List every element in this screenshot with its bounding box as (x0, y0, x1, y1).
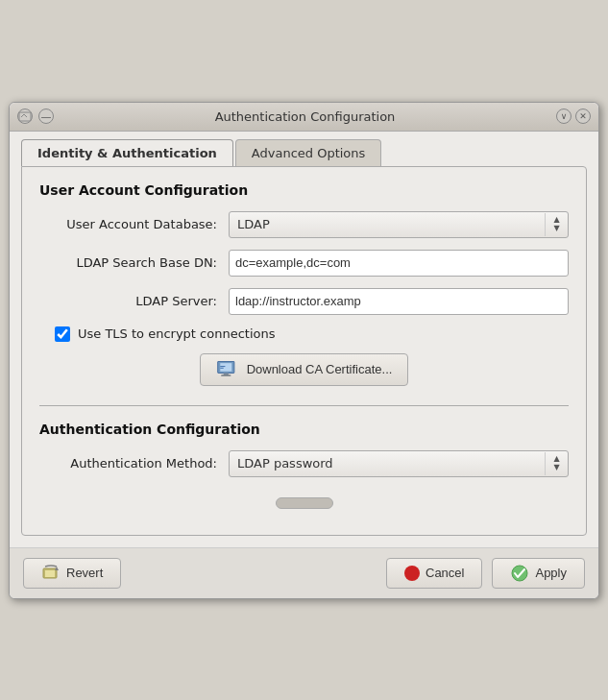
cancel-label: Cancel (426, 566, 464, 580)
auth-method-select[interactable]: LDAP password ▲▼ (229, 450, 569, 477)
download-ca-label: Download CA Certificate... (247, 362, 393, 376)
svg-rect-6 (221, 374, 231, 376)
auth-section-title: Authentication Configuration (39, 422, 569, 437)
ldap-server-input[interactable] (229, 288, 569, 315)
tls-checkbox[interactable] (55, 326, 70, 342)
tls-checkbox-row: Use TLS to encrypt connections (55, 326, 569, 342)
download-ca-button[interactable]: Download CA Certificate... (200, 353, 409, 386)
revert-button[interactable]: Revert (23, 558, 121, 589)
tab-identity-authentication[interactable]: Identity & Authentication (21, 139, 233, 166)
user-account-db-select[interactable]: LDAP ▲▼ (229, 211, 569, 238)
cancel-icon (404, 566, 420, 581)
titlebar-icon-btn[interactable] (17, 109, 33, 124)
cancel-button[interactable]: Cancel (386, 558, 482, 589)
ldap-search-dn-input[interactable] (229, 250, 569, 277)
section-separator (39, 405, 569, 406)
apply-button[interactable]: Apply (492, 558, 585, 589)
apply-checkmark-icon (510, 565, 529, 582)
auth-method-value: LDAP password (237, 456, 545, 471)
bottom-bar: Revert Cancel Apply (10, 547, 598, 598)
titlebar-controls-right: ∨ ✕ (556, 109, 591, 124)
titlebar-close-btn[interactable]: ✕ (575, 109, 591, 124)
apply-label: Apply (535, 566, 567, 580)
titlebar: — Authentication Configuration ∨ ✕ (10, 103, 598, 132)
tab-advanced-options[interactable]: Advanced Options (235, 139, 382, 166)
main-window: — Authentication Configuration ∨ ✕ Ident… (9, 102, 599, 599)
user-account-db-row: User Account Database: LDAP ▲▼ (39, 211, 569, 238)
svg-rect-10 (45, 570, 55, 577)
user-account-section-title: User Account Configuration (39, 182, 569, 198)
revert-label: Revert (66, 566, 103, 580)
monitor-icon (216, 360, 239, 379)
tls-checkbox-label: Use TLS to encrypt connections (78, 326, 275, 341)
user-account-db-value: LDAP (237, 217, 545, 231)
revert-icon (41, 565, 61, 582)
ldap-search-dn-row: LDAP Search Base DN: (39, 250, 569, 277)
download-ca-btn-row: Download CA Certificate... (39, 353, 569, 386)
titlebar-collapse-btn[interactable]: ∨ (556, 109, 572, 124)
ldap-server-label: LDAP Server: (39, 294, 217, 308)
svg-line-1 (21, 114, 24, 117)
auth-method-label: Authentication Method: (39, 456, 217, 471)
db-select-arrows-icon: ▲▼ (545, 213, 564, 236)
titlebar-controls-left: — (17, 109, 54, 124)
auth-method-arrows-icon: ▲▼ (545, 452, 564, 475)
tab-bar: Identity & Authentication Advanced Optio… (21, 139, 587, 166)
scrollbar-thumb[interactable] (276, 497, 333, 509)
svg-rect-4 (220, 363, 231, 372)
scrollbar-area (39, 489, 569, 518)
user-account-db-label: User Account Database: (39, 217, 217, 231)
btn-group-right: Cancel Apply (386, 558, 585, 589)
window-title: Authentication Configuration (54, 109, 556, 124)
window-content: Identity & Authentication Advanced Optio… (10, 132, 598, 547)
tab-content-identity: User Account Configuration User Account … (21, 166, 587, 536)
titlebar-minimize-btn[interactable]: — (38, 109, 54, 124)
svg-line-2 (24, 114, 27, 117)
ldap-server-row: LDAP Server: (39, 288, 569, 315)
auth-method-row: Authentication Method: LDAP password ▲▼ (39, 450, 569, 477)
ldap-search-dn-label: LDAP Search Base DN: (39, 255, 217, 270)
